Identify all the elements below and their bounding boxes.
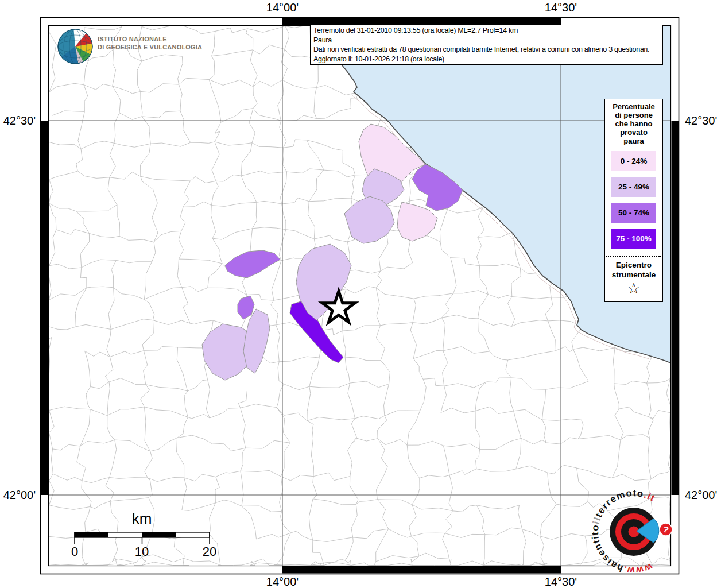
axis-label-right-top: 42°30' [685, 114, 720, 127]
site-url-it: .it [643, 489, 658, 504]
felt-report-municipalities [202, 124, 463, 380]
legend-class-label: 75 - 100% [616, 234, 652, 243]
axis-label-left-top: 42°30' [0, 114, 36, 127]
event-effect: Paura [313, 36, 660, 45]
scalebar-tick-0: 0 [57, 544, 92, 559]
legend-class-50-74: 50 - 74% [611, 203, 656, 223]
legend-title-line: che hanno [605, 119, 662, 128]
municipality-polygon [243, 309, 270, 373]
legend-class-0-24: 0 - 24% [611, 151, 656, 171]
legend-star-icon: ☆ [605, 280, 662, 297]
axis-label-left-bottom: 42°00' [0, 489, 36, 502]
ingv-line2: DI GEOFISICA E VULCANOLOGIA [98, 44, 202, 52]
legend-separator [606, 256, 661, 257]
axis-label-top-left: 14°00' [248, 1, 317, 14]
ingv-globe-logo [55, 26, 95, 67]
legend-class-25-49: 25 - 49% [611, 177, 656, 197]
legend-box: Percentuale di persone che hanno provato… [604, 99, 663, 302]
axis-label-bottom-left: 14°00' [248, 575, 317, 588]
legend-epicenter-line: strumentale [605, 270, 662, 280]
event-title: Terremoto del 31-01-2010 09:13:55 (ora l… [313, 26, 660, 36]
ingv-line1: ISTITUTO NAZIONALE [98, 36, 202, 44]
legend-class-75-100: 75 - 100% [611, 229, 656, 249]
legend-title-line: paura [605, 137, 662, 145]
legend-class-label: 25 - 49% [618, 183, 649, 191]
axis-label-top-right: 14°30' [526, 1, 595, 14]
legend-title-line: Percentuale [605, 102, 662, 111]
scalebar-tick-20: 20 [192, 544, 227, 559]
scalebar [75, 532, 210, 544]
legend-title-line: di persone [605, 111, 662, 119]
macroseismic-map-page: ISTITUTO NAZIONALE DI GEOFISICA E VULCAN… [0, 0, 721, 588]
municipality-polygon [225, 250, 280, 278]
legend-title-line: provato [605, 128, 662, 137]
legend-epicenter-line: Epicentro [605, 260, 662, 270]
legend-class-label: 0 - 24% [621, 157, 648, 165]
ingv-wordmark: ISTITUTO NAZIONALE DI GEOFISICA E VULCAN… [98, 36, 202, 51]
haisentitoilterremoto-logo: ? www.haisentitoilterremoto.it [581, 478, 693, 588]
event-info-box: Terremoto del 31-01-2010 09:13:55 (ora l… [310, 25, 663, 65]
scalebar-unit: km [119, 510, 165, 528]
legend-class-label: 50 - 74% [618, 208, 649, 217]
site-url-www: www. [622, 562, 654, 577]
event-data-note: Dati non verificati estratti da 78 quest… [313, 45, 660, 55]
event-updated: Aggiornato il: 10-01-2026 21:18 (ora loc… [313, 55, 660, 64]
scalebar-tick-10: 10 [125, 544, 159, 559]
